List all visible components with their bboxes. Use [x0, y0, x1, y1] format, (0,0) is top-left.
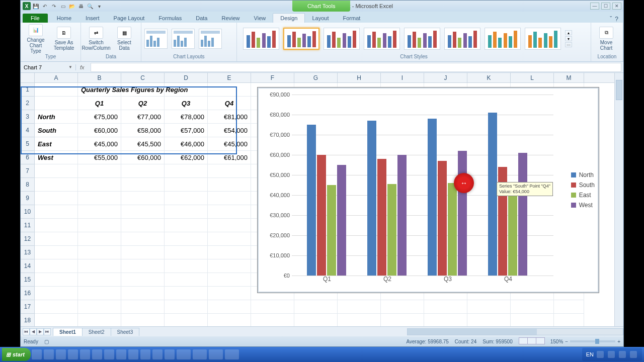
cell[interactable]: [78, 219, 121, 232]
maximize-button[interactable]: ☐: [601, 3, 610, 10]
cell[interactable]: Q1: [78, 97, 121, 110]
cell[interactable]: [208, 232, 251, 246]
taskbar-window-button[interactable]: [209, 349, 223, 359]
cell[interactable]: [165, 164, 208, 178]
row-header[interactable]: 4: [21, 124, 34, 137]
worksheet-grid[interactable]: ABCDEFGHIJKLM 12345678910111213141516171…: [21, 73, 623, 326]
taskbar-app-icon[interactable]: [56, 349, 66, 359]
chart-style-thumb[interactable]: [283, 28, 319, 50]
column-header[interactable]: A: [35, 73, 78, 82]
cell[interactable]: [121, 246, 165, 259]
column-header[interactable]: I: [381, 73, 424, 82]
cell[interactable]: East: [35, 137, 78, 151]
cell[interactable]: [78, 259, 121, 273]
system-tray[interactable]: EN: [582, 348, 642, 361]
column-header[interactable]: L: [511, 73, 554, 82]
cell[interactable]: [35, 273, 78, 287]
cell[interactable]: [511, 314, 554, 326]
tab-design[interactable]: Design: [273, 13, 305, 23]
taskbar-app-icon[interactable]: [152, 349, 163, 359]
cell[interactable]: [165, 246, 208, 259]
cell[interactable]: [208, 287, 251, 300]
cell[interactable]: [165, 259, 208, 273]
cell[interactable]: [467, 300, 511, 314]
name-box[interactable]: Chart 7▼: [21, 64, 76, 70]
tab-nav-first[interactable]: ⏮: [23, 328, 30, 335]
chart-layout-thumb[interactable]: [199, 29, 222, 49]
move-chart-button[interactable]: ⧉ Move Chart: [594, 27, 618, 51]
cell[interactable]: [78, 192, 121, 205]
qat-more-icon[interactable]: ▾: [95, 2, 103, 10]
file-tab[interactable]: File: [23, 14, 48, 23]
qat-redo-icon[interactable]: ↷: [50, 2, 58, 10]
tab-nav-last[interactable]: ⏭: [44, 328, 51, 335]
chart-legend[interactable]: NorthSouthEastWest: [571, 168, 595, 212]
cell[interactable]: [121, 232, 165, 246]
chart-style-thumb[interactable]: [404, 28, 440, 50]
cell[interactable]: [208, 205, 251, 219]
cell[interactable]: [35, 164, 78, 178]
start-button[interactable]: ⊞ start: [2, 348, 31, 361]
row-header[interactable]: 14: [21, 259, 34, 273]
tab-nav-prev[interactable]: ◀: [30, 328, 37, 335]
cell[interactable]: €62,000: [165, 151, 208, 164]
cell[interactable]: [165, 314, 208, 326]
cell[interactable]: [121, 205, 165, 219]
ribbon-minimize-icon[interactable]: ˇ: [610, 16, 612, 23]
cell[interactable]: [165, 232, 208, 246]
cell[interactable]: €61,000: [208, 151, 251, 164]
chart-layout-thumb[interactable]: [144, 29, 168, 49]
sheet-tab[interactable]: Sheet3: [111, 328, 140, 336]
column-header[interactable]: F: [251, 73, 294, 82]
taskbar-app-icon[interactable]: [68, 349, 78, 359]
qat-new-icon[interactable]: ▭: [59, 2, 67, 10]
cell[interactable]: [381, 300, 424, 314]
taskbar-app-icon[interactable]: [165, 349, 175, 359]
row-header[interactable]: 2: [21, 97, 34, 110]
cell[interactable]: Q2: [121, 97, 165, 110]
taskbar-app-icon[interactable]: [44, 349, 54, 359]
cell[interactable]: €60,000: [78, 124, 121, 137]
cell[interactable]: [78, 300, 121, 314]
tab-review[interactable]: Review: [214, 14, 247, 23]
tab-formulas[interactable]: Formulas: [151, 14, 189, 23]
chart-bar[interactable]: [428, 119, 437, 276]
column-header[interactable]: H: [338, 73, 381, 82]
qat-save-icon[interactable]: 💾: [32, 2, 40, 10]
column-header[interactable]: J: [424, 73, 467, 82]
legend-item[interactable]: East: [571, 192, 595, 199]
cell[interactable]: €75,000: [78, 110, 121, 124]
row-header[interactable]: 9: [21, 192, 34, 205]
cell[interactable]: [121, 300, 165, 314]
chart-bar[interactable]: [397, 155, 407, 276]
qat-open-icon[interactable]: 📂: [68, 2, 76, 10]
cell[interactable]: [35, 259, 78, 273]
macro-record-icon[interactable]: ▢: [44, 339, 49, 344]
chart-style-thumb[interactable]: [243, 28, 279, 50]
cell[interactable]: [35, 192, 78, 205]
cell[interactable]: [208, 178, 251, 192]
cell[interactable]: €60,000: [121, 151, 165, 164]
taskbar-app-icon[interactable]: [92, 349, 102, 359]
cell[interactable]: [35, 205, 78, 219]
chart-bar[interactable]: [317, 155, 326, 276]
chart-style-thumb[interactable]: [364, 28, 400, 50]
cell[interactable]: €46,000: [165, 137, 208, 151]
cell[interactable]: €58,000: [121, 124, 165, 137]
cell[interactable]: [424, 314, 467, 326]
cell[interactable]: West: [35, 151, 78, 164]
chart-style-thumb[interactable]: [485, 28, 521, 50]
minimize-button[interactable]: —: [590, 3, 599, 10]
row-header[interactable]: 10: [21, 205, 34, 219]
zoom-slider[interactable]: [570, 340, 615, 342]
chart-bar[interactable]: [307, 125, 316, 276]
taskbar-app-icon[interactable]: [116, 349, 126, 359]
column-header[interactable]: G: [294, 73, 338, 82]
tab-page-layout[interactable]: Page Layout: [107, 14, 152, 23]
cell[interactable]: [121, 287, 165, 300]
chart-bar[interactable]: [508, 185, 517, 276]
cell[interactable]: [208, 83, 251, 97]
cell[interactable]: [165, 273, 208, 287]
cell[interactable]: [338, 314, 381, 326]
column-header[interactable]: E: [208, 73, 251, 82]
